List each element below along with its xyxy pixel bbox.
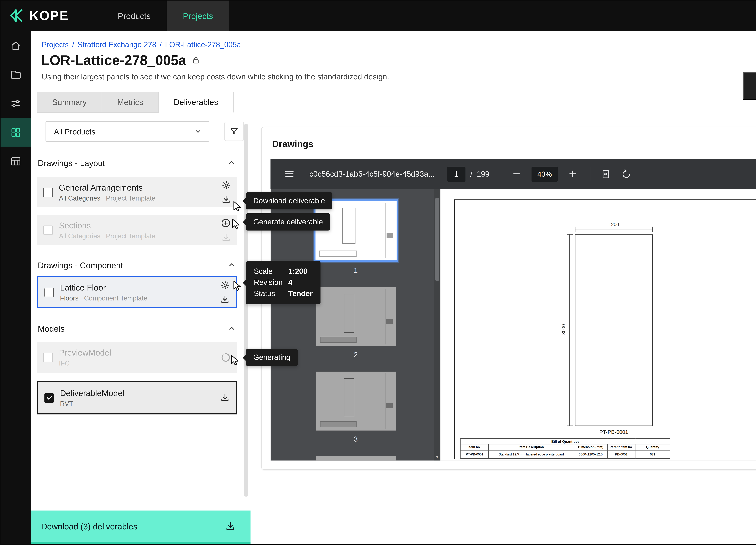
pdf-preview-pane: 1200 3000 PT-PB-0001 MANUFACTURE D4	[440, 189, 756, 460]
page-title: LOR-Lattice-278_005a	[41, 52, 186, 68]
breadcrumb-run[interactable]: LOR-Lattice-278_005a	[165, 41, 241, 49]
download-deliverable-icon[interactable]	[221, 194, 231, 204]
filter-button[interactable]	[224, 122, 244, 141]
tooltip-text: Generate deliverable	[253, 218, 323, 226]
deliverable-item-lattice-floor[interactable]: Lattice Floor Floors Component Template	[37, 276, 237, 308]
boq-cell: Standard 12.5 mm tapered edge plasterboa…	[489, 450, 574, 459]
tab-deliverables[interactable]: Deliverables	[159, 92, 234, 113]
sidebar-item-products-grid[interactable]	[0, 118, 31, 147]
panel-scrollbar[interactable]	[244, 124, 248, 497]
download-bar-label: Download (3) deliverables	[41, 521, 137, 531]
thumbnail-titleblock-line	[385, 373, 385, 429]
rotate-icon[interactable]	[621, 169, 632, 179]
collapse-chevron-up-icon[interactable]	[227, 261, 236, 269]
download-icon	[225, 521, 236, 531]
download-deliverable-tooltip: Download deliverable	[246, 192, 332, 209]
deliverable-item-text: DeliverableModel RVT	[60, 388, 220, 408]
clone-and-modify-button[interactable]: Clone and modify	[743, 72, 756, 100]
section-drawings-component: Drawings - Component	[38, 258, 236, 272]
fit-to-page-icon[interactable]	[600, 169, 611, 179]
download-deliverable-icon[interactable]	[220, 294, 230, 304]
check-icon	[46, 394, 52, 401]
checkbox-checked[interactable]	[44, 393, 54, 402]
collapse-chevron-up-icon[interactable]	[227, 324, 236, 333]
pdf-viewer: c0c56cd3-1ab6-4c5f-904e-45d93a... 1 / 19…	[270, 159, 756, 461]
pdf-filename: c0c56cd3-1ab6-4c5f-904e-45d93a...	[309, 169, 435, 178]
sidebar-item-home[interactable]	[0, 31, 31, 60]
deliverable-format: RVT	[60, 400, 73, 407]
thumbnail-logo-block	[387, 233, 394, 238]
boq-cell: 671	[635, 450, 670, 459]
section-title: Drawings - Layout	[38, 158, 105, 167]
download-deliverable-icon[interactable]	[220, 393, 230, 403]
product-select[interactable]: All Products	[46, 121, 209, 142]
download-deliverables-bar[interactable]: Download (3) deliverables	[31, 511, 251, 542]
thumbnail-page-number: 1	[354, 266, 358, 274]
pdf-thumbnail-3[interactable]	[316, 372, 396, 431]
deliverable-actions	[220, 280, 230, 304]
checkbox-unchecked[interactable]	[44, 287, 54, 297]
bill-of-quantities-table: Bill of Quantities Item no. Item Descrip…	[460, 438, 670, 459]
drawing-sheet: 1200 3000 PT-PB-0001 MANUFACTURE D4	[454, 199, 756, 459]
boq-title: Bill of Quantities	[461, 439, 670, 444]
breadcrumb-projects[interactable]: Projects	[42, 41, 69, 49]
pdf-toolbar: c0c56cd3-1ab6-4c5f-904e-45d93a... 1 / 19…	[270, 159, 756, 189]
checkbox-unchecked[interactable]	[43, 188, 53, 197]
dimension-label-width: 1200	[575, 222, 653, 227]
checkbox-unchecked[interactable]	[43, 352, 53, 362]
zoom-in-icon[interactable]	[568, 169, 578, 179]
zoom-out-icon[interactable]	[512, 169, 521, 179]
clone-button-label: Clone and modify	[755, 81, 756, 90]
zoom-level[interactable]: 43%	[532, 166, 558, 181]
drawings-card-header: Drawings	[272, 135, 756, 153]
deliverable-item-text: PreviewModel IFC	[59, 348, 220, 367]
pdf-menu-icon[interactable]	[284, 168, 295, 179]
pdf-page-separator: /	[470, 170, 472, 178]
thumbnail-page-number: 3	[354, 435, 358, 443]
boq-header: Item Description	[489, 444, 574, 450]
tab-metrics[interactable]: Metrics	[102, 92, 159, 113]
thumbnail-titleblock-line	[385, 203, 386, 258]
kope-logo[interactable]: KOPE	[8, 7, 86, 24]
sidebar-item-configure[interactable]	[0, 89, 31, 118]
left-sidebar	[0, 31, 31, 545]
deliverable-settings-gear-icon[interactable]	[221, 180, 231, 190]
breadcrumb-project[interactable]: Stratford Exchange 278	[78, 41, 156, 49]
deliverable-meta: All Categories Project Template	[59, 194, 221, 202]
deliverable-item-preview-model[interactable]: PreviewModel IFC	[37, 342, 237, 373]
deliverable-item-sections[interactable]: Sections All Categories Project Template	[37, 215, 237, 245]
sidebar-item-data-table[interactable]	[0, 147, 31, 176]
checkbox-unchecked[interactable]	[43, 225, 53, 235]
deliverable-item-deliverable-model[interactable]: DeliverableModel RVT	[37, 381, 237, 414]
kope-logo-text: KOPE	[29, 8, 69, 23]
deliverable-settings-gear-icon[interactable]	[220, 280, 230, 290]
section-models: Models	[38, 322, 236, 335]
dimension-label-height: 3000	[561, 324, 566, 335]
collapse-chevron-up-icon[interactable]	[227, 158, 236, 167]
thumbnail-drawing-shape	[344, 294, 354, 333]
tab-summary[interactable]: Summary	[37, 92, 102, 113]
deliverable-meta: All Categories Project Template	[59, 232, 220, 240]
deliverable-category: All Categories	[59, 232, 100, 240]
generate-deliverable-plus-icon[interactable]	[220, 217, 231, 228]
boq-cell: PT-PB-0001	[461, 450, 489, 459]
lock-icon	[192, 56, 200, 64]
kope-logo-icon	[8, 7, 25, 24]
scroll-down-arrow[interactable]: ▼	[435, 453, 439, 460]
boq-header: Parent Item no.	[607, 444, 635, 450]
panel-filter-row: All Products	[46, 121, 244, 142]
pdf-page-input[interactable]: 1	[447, 166, 465, 181]
thumbnails-scrollbar-thumb[interactable]	[435, 198, 439, 281]
deliverable-item-general-arrangements[interactable]: General Arrangements All Categories Proj…	[37, 177, 237, 207]
pdf-thumbnail-2[interactable]	[316, 287, 396, 346]
pdf-thumbnail-4-partial[interactable]	[316, 456, 396, 460]
nav-products[interactable]: Products	[102, 0, 167, 31]
funnel-icon	[229, 127, 239, 136]
deliverable-name: Lattice Floor	[60, 282, 220, 292]
sidebar-item-projects-folder[interactable]	[0, 60, 31, 89]
deliverable-meta: RVT	[60, 400, 220, 407]
deliverable-details-tooltip: Scale 1:200 Revision 4 Status Tender	[246, 261, 320, 305]
deliverable-category: All Categories	[59, 194, 100, 202]
thumbnails-scrollbar[interactable]: ▼	[434, 189, 440, 460]
nav-projects[interactable]: Projects	[167, 0, 229, 31]
